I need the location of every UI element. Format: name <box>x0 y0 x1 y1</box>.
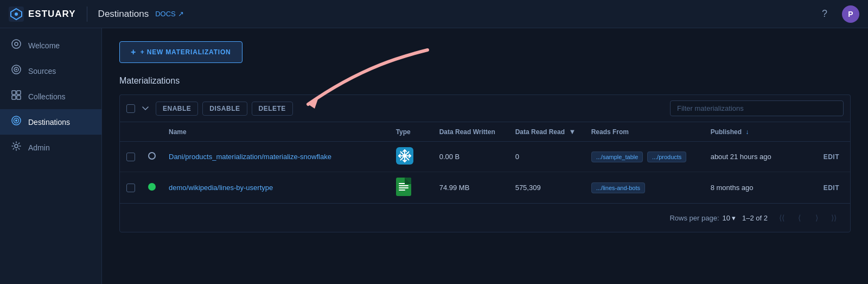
main-layout: Welcome Sources Collections Destinations… <box>0 28 868 284</box>
row-checkbox-cell <box>120 172 142 204</box>
help-button[interactable]: ? <box>816 5 833 23</box>
col-header-check <box>120 122 142 142</box>
table-controls: ENABLE DISABLE DELETE <box>119 94 851 122</box>
section-title: Materializations <box>119 76 851 86</box>
row-edit-cell: EDIT <box>813 142 850 172</box>
sidebar-item-label: Destinations <box>28 118 70 127</box>
pagination: Rows per page: 10 ▾ 1–2 of 2 ⟨⟨ ⟨ ⟩ ⟩⟩ <box>120 203 850 232</box>
row-type-cell <box>390 172 433 204</box>
row-published-cell: about 21 hours ago <box>704 142 813 172</box>
sources-icon <box>11 65 22 77</box>
svg-rect-34 <box>399 190 405 191</box>
col-header-drw: Data Read Written <box>433 122 509 142</box>
row-status-cell <box>142 172 162 204</box>
main-content: + + NEW MATERIALIZATION Materializations… <box>102 28 868 284</box>
plus-icon: + <box>131 47 136 57</box>
col-header-status <box>142 122 162 142</box>
row-reads-cell: .../lines-and-bots <box>585 172 704 204</box>
svg-rect-11 <box>17 96 21 99</box>
row-type-cell <box>390 142 433 172</box>
row-checkbox[interactable] <box>126 153 135 161</box>
sidebar-item-welcome[interactable]: Welcome <box>0 33 101 58</box>
reads-from-tag[interactable]: .../products <box>647 152 686 162</box>
row-name-link[interactable]: demo/wikipedia/lines-by-usertype <box>169 184 273 192</box>
col-header-drr: Data Read Read ▼ <box>509 122 585 142</box>
svg-rect-32 <box>399 185 409 186</box>
app-name: ESTUARY <box>28 9 76 20</box>
svg-point-4 <box>15 42 18 46</box>
row-drr-cell: 0 <box>509 142 585 172</box>
table-row: Dani/products_materialization/materializ… <box>120 142 850 172</box>
data-read-read: 0 <box>515 153 519 161</box>
select-all-checkbox[interactable] <box>126 104 135 113</box>
col-header-type: Type <box>390 122 433 142</box>
row-checkbox[interactable] <box>126 184 135 192</box>
published-time: 8 months ago <box>711 184 754 192</box>
new-materialization-button[interactable]: + + NEW MATERIALIZATION <box>119 41 242 63</box>
col-header-reads: Reads From <box>585 122 704 142</box>
next-page-button[interactable]: ⟩ <box>809 210 824 225</box>
admin-icon <box>11 141 22 154</box>
rows-per-page-label: Rows per page: <box>669 214 719 222</box>
sidebar-item-destinations[interactable]: Destinations <box>0 109 101 135</box>
col-header-published[interactable]: Published ↓ <box>704 122 813 142</box>
sidebar-item-label: Sources <box>28 67 56 75</box>
avatar[interactable]: P <box>842 5 859 23</box>
status-indicator <box>148 183 156 191</box>
svg-rect-9 <box>17 91 21 94</box>
row-name-link[interactable]: Dani/products_materialization/materializ… <box>169 153 331 161</box>
docs-link[interactable]: DOCS ↗ <box>155 10 184 18</box>
row-drr-cell: 575,309 <box>509 172 585 204</box>
prev-page-button[interactable]: ⟨ <box>792 210 807 225</box>
svg-point-7 <box>16 69 17 71</box>
svg-point-14 <box>15 119 17 122</box>
reads-from-tag[interactable]: .../lines-and-bots <box>591 182 645 193</box>
rows-per-page: Rows per page: 10 ▾ <box>669 214 736 222</box>
first-page-button[interactable]: ⟨⟨ <box>774 210 789 225</box>
row-published-cell: 8 months ago <box>704 172 813 204</box>
logo[interactable]: ESTUARY <box>9 7 76 22</box>
delete-button[interactable]: DELETE <box>252 102 293 116</box>
status-indicator <box>148 152 156 160</box>
docs-label: DOCS <box>155 10 176 18</box>
rows-per-page-value: 10 <box>723 214 730 222</box>
snowflake-icon <box>396 147 413 165</box>
estuary-logo-icon <box>9 7 24 22</box>
sort-icon: ↓ <box>745 128 749 136</box>
chevron-down-icon: ▾ <box>732 214 736 222</box>
select-dropdown-button[interactable] <box>139 103 151 115</box>
row-edit-cell: EDIT <box>813 172 850 204</box>
last-page-button[interactable]: ⟩⟩ <box>826 210 841 225</box>
published-time: about 21 hours ago <box>711 153 771 161</box>
help-icon: ? <box>822 8 827 20</box>
row-drw-cell: 74.99 MB <box>433 172 509 204</box>
sidebar-item-admin[interactable]: Admin <box>0 135 101 160</box>
rows-per-page-select[interactable]: 10 ▾ <box>723 214 736 222</box>
topbar-divider <box>87 7 87 22</box>
row-status-cell <box>142 142 162 172</box>
reads-from-tag[interactable]: .../sample_table <box>591 152 643 162</box>
table-header-row: Name Type Data Read Written Data Read Re… <box>120 122 850 142</box>
page-title: Destinations <box>98 9 149 20</box>
filter-input[interactable] <box>670 100 844 116</box>
svg-point-15 <box>15 144 18 148</box>
sidebar-item-label: Welcome <box>28 41 60 50</box>
disable-button[interactable]: DISABLE <box>202 102 247 116</box>
col-header-action <box>813 122 850 142</box>
sidebar-item-collections[interactable]: Collections <box>0 84 101 109</box>
materializations-table: Name Type Data Read Written Data Read Re… <box>119 122 851 232</box>
enable-button[interactable]: ENABLE <box>156 102 198 116</box>
filter-icon[interactable]: ▼ <box>569 128 576 136</box>
sidebar-item-sources[interactable]: Sources <box>0 58 101 84</box>
collections-icon <box>11 90 22 103</box>
data-read-read: 575,309 <box>515 184 541 192</box>
page-navigation: ⟨⟨ ⟨ ⟩ ⟩⟩ <box>774 210 841 225</box>
row-name-cell: Dani/products_materialization/materializ… <box>162 142 390 172</box>
data-read-written: 0.00 B <box>439 153 460 161</box>
svg-point-2 <box>15 12 18 16</box>
svg-point-3 <box>12 40 21 48</box>
edit-button[interactable]: EDIT <box>819 182 844 194</box>
sidebar-item-label: Admin <box>28 143 50 152</box>
edit-button[interactable]: EDIT <box>819 151 844 163</box>
sidebar: Welcome Sources Collections Destinations… <box>0 28 102 284</box>
